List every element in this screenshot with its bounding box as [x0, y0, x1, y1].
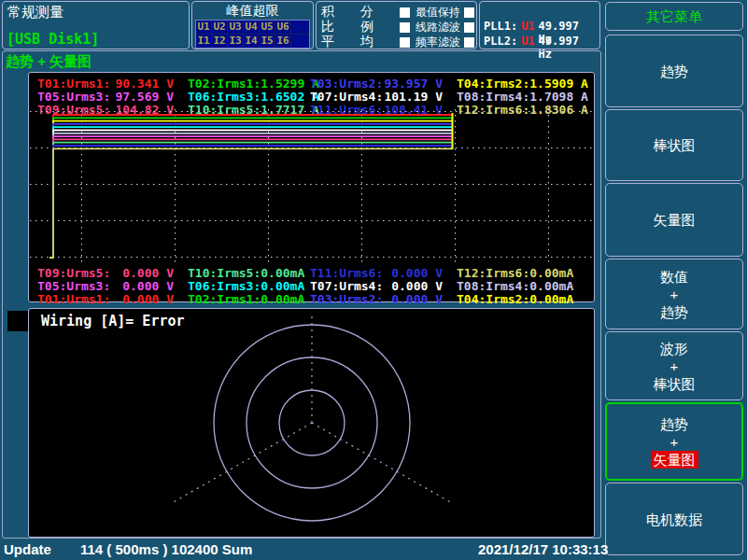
ratio-checkbox[interactable]	[400, 22, 410, 33]
trend-readouts-bottom: T09:Urms5:0.000 V T10:Irms5:0.00mA T11:U…	[37, 266, 587, 305]
datetime: 2021/12/17 10:33:13	[478, 541, 608, 557]
readout-b-t05: T05:Urms3:0.000 V	[37, 279, 188, 292]
toggle-ratio: 比 例	[321, 20, 410, 35]
sidebar-item-waveform-bar[interactable]: 波形 + 棒状图	[605, 331, 743, 400]
vector-panel: Wiring [A]= Error	[28, 308, 595, 538]
readout-b-t01: T01:Urms1:0.000 V	[37, 292, 188, 305]
readout-t07: T07:Urms4:101.19 V	[310, 90, 457, 103]
peak-cell-u2: U2	[212, 21, 227, 34]
measure-mode-title: 常规测量	[7, 4, 63, 21]
freq-filter-checkbox[interactable]	[464, 37, 474, 48]
peak-cell-i3: I3	[228, 35, 243, 48]
peak-over-limit-grid: U1 U2 U3 U4 U5 U6 I1 I2 I3 I4 I5 I6	[195, 20, 310, 49]
readout-t05: T05:Urms3:97.569 V	[37, 90, 188, 103]
peak-cell-i4: I4	[244, 35, 259, 48]
readout-t08: T08:Irms4:1.7098 A	[457, 90, 587, 103]
readout-b-t07: T07:Urms4:0.000 V	[310, 279, 457, 292]
toggle-line-filter: 线路滤波	[416, 20, 474, 35]
trend-traces	[49, 115, 452, 258]
toggle-line-filter-label: 线路滤波	[416, 20, 460, 35]
toggle-integral: 积 分	[321, 5, 410, 20]
trend-panel: T01:Urms1:90.341 V T02:Irms1:1.5299 A T0…	[28, 72, 595, 302]
usb-disk-label: [USB Disk1]	[7, 31, 99, 48]
readout-t03: T03:Urms2:93.957 V	[310, 77, 457, 90]
peak-cell-u5: U5	[260, 21, 275, 34]
sidebar-item-numeric-trend[interactable]: 数值 + 趋势	[605, 259, 743, 329]
readout-b-t06: T06:Irms3:0.00mA	[188, 279, 310, 292]
peak-cell-i2: I2	[212, 35, 227, 48]
readout-b-t09: T09:Urms5:0.000 V	[37, 266, 188, 279]
readout-b-t04: T04:Irms2:0.00mA	[457, 292, 587, 305]
sidebar-item-trend[interactable]: 趋势	[605, 35, 743, 107]
toggle-freq-filter: 频率滤波	[416, 35, 474, 49]
peak-cell-u4: U4	[244, 21, 259, 34]
pll-box: PLL1: U1 49.997 Hz PLL2: U1 49.997 Hz	[479, 1, 600, 49]
peak-over-limit-title: 峰值超限	[192, 3, 313, 20]
filter-toggle-group: 最值保持 线路滤波 频率滤波	[416, 5, 474, 49]
sidebar-item-vector[interactable]: 矢量图	[605, 183, 743, 257]
wiring-status-marker	[7, 311, 28, 331]
integral-checkbox[interactable]	[400, 7, 410, 18]
peak-cell-u6: U6	[275, 21, 290, 34]
line-filter-checkbox[interactable]	[464, 22, 474, 33]
other-menu-button[interactable]: 其它菜单	[605, 2, 743, 31]
peak-cell-i6: I6	[275, 35, 290, 48]
peak-cell-i5: I5	[260, 35, 275, 48]
peak-cell-i1: I1	[196, 35, 211, 48]
vector-chart-svg	[29, 309, 594, 537]
readout-b-t02: T02:Irms1:0.00mA	[188, 292, 310, 305]
sidebar-item-bar-graph[interactable]: 棒状图	[605, 109, 743, 181]
toggle-max-hold: 最值保持	[416, 5, 474, 20]
toggle-average-label: 平 均	[321, 34, 374, 50]
view-title: 趋势 + 矢量图	[6, 53, 92, 71]
max-hold-checkbox[interactable]	[464, 7, 474, 18]
update-info: 114 ( 500ms ) 102400 Sum	[80, 541, 252, 557]
readout-t01: T01:Urms1:90.341 V	[37, 77, 188, 90]
peak-cell-u3: U3	[228, 21, 243, 34]
average-checkbox[interactable]	[400, 37, 410, 48]
readout-t04: T04:Irms2:1.5909 A	[457, 77, 587, 90]
peak-cell-u1: U1	[196, 21, 211, 34]
sidebar-item-trend-vector-selected[interactable]: 趋势 + 矢量图	[605, 402, 743, 481]
readout-b-t03: T03:Urms2:0.000 V	[310, 292, 457, 305]
trend-chart-svg	[30, 109, 593, 262]
measure-mode-box: 常规测量 [USB Disk1]	[2, 1, 190, 49]
readout-b-t10: T10:Irms5:0.00mA	[188, 266, 310, 279]
readout-b-t08: T08:Irms4:0.00mA	[457, 279, 587, 292]
toggle-max-hold-label: 最值保持	[416, 5, 460, 21]
sidebar-item-motor-data[interactable]: 电机数据	[605, 483, 743, 555]
peak-over-limit-box: 峰值超限 U1 U2 U3 U4 U5 U6 I1 I2 I3 I4 I5 I6	[191, 1, 314, 49]
measure-toggles-box: 积 分 比 例 平 均 最值保持 线路滤波 频率滤波	[316, 1, 477, 49]
toggle-freq-filter-label: 频率滤波	[416, 35, 460, 50]
toggle-average: 平 均	[321, 35, 410, 49]
readout-b-t12: T12:Irms6:0.00mA	[457, 266, 587, 279]
peak-cell-u-empty	[291, 21, 309, 34]
update-label: Update	[4, 541, 51, 557]
selected-view-highlight: 矢量图	[651, 451, 698, 469]
readout-t06: T06:Irms3:1.6502 A	[188, 90, 310, 103]
readout-t02: T02:Irms1:1.5299 A	[188, 77, 310, 90]
peak-cell-i-empty	[291, 35, 309, 48]
mode-toggle-group: 积 分 比 例 平 均	[321, 5, 410, 49]
readout-b-t11: T11:Urms6:0.000 V	[310, 266, 457, 279]
